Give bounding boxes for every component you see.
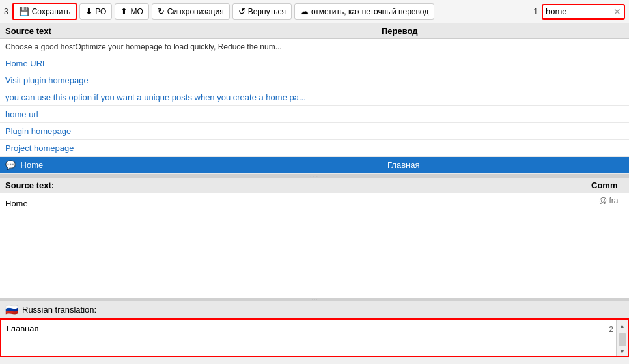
table-header: Source text Перевод [0, 23, 629, 39]
comment-icon: 💬 [5, 160, 16, 170]
source-content-area: Home @ fra [0, 193, 629, 298]
russian-flag-icon: 🇷🇺 [5, 303, 18, 316]
table-row[interactable]: Choose a good hostOptimize your homepage… [0, 39, 629, 55]
mark-label: отметить, как неточный перевод [311, 7, 428, 16]
row-translation-text [382, 106, 629, 122]
po-icon: ⬇ [85, 7, 92, 16]
source-text-content: Home [0, 193, 596, 298]
divider-decoration: ··· [310, 173, 319, 180]
scroll-down-icon[interactable]: ▼ [618, 346, 627, 356]
po-label: РО [95, 7, 106, 16]
row-source-text: Project homepage [0, 140, 382, 156]
mo-button[interactable]: ⬆ МО [115, 3, 148, 20]
save-button[interactable]: 💾 Сохранить [12, 3, 77, 20]
save-icon: 💾 [19, 7, 29, 16]
table-row[interactable]: you can use this option if you want a un… [0, 89, 629, 106]
search-clear-icon[interactable]: ✕ [613, 7, 621, 17]
col-translation-header: Перевод [376, 26, 624, 36]
source-text-section-header: Source text: Comm [0, 178, 629, 193]
table-row-selected[interactable]: 💬 Home Главная [0, 157, 629, 174]
row-source-text: Plugin homepage [0, 123, 382, 139]
table-row[interactable]: Visit plugin homepage [0, 72, 629, 89]
sync-icon: ↻ [158, 7, 165, 16]
back-button[interactable]: ↺ Вернуться [232, 3, 292, 20]
row-translation-text: Главная [382, 157, 629, 173]
table-row[interactable]: Project homepage [0, 140, 629, 157]
row-translation-text [382, 72, 629, 89]
row-translation-text [382, 123, 629, 139]
row-source-text: Home URL [0, 55, 382, 72]
row-source-text: home url [0, 106, 382, 122]
translation-section-header: 🇷🇺 Russian translation: [0, 301, 629, 318]
editor-area: Source text: Comm Home @ fra ··· 🇷🇺 Russ… [0, 178, 629, 357]
translation-label: Russian translation: [22, 305, 96, 315]
search-result-counter: 1 [533, 7, 538, 16]
po-button[interactable]: ⬇ РО [79, 3, 112, 20]
divider2-decoration: ··· [312, 296, 317, 303]
row-translation-text [382, 89, 629, 105]
scroll-up-icon[interactable]: ▲ [618, 321, 627, 331]
mo-label: МО [130, 7, 143, 16]
row-translation-text [382, 55, 629, 72]
row-translation-text [382, 140, 629, 156]
source-text-value: Home [5, 199, 28, 208]
row-source-text: Choose a good hostOptimize your homepage… [0, 39, 382, 55]
row-translation-text [382, 39, 629, 55]
translation-counter: 2 [608, 325, 615, 334]
back-label: Вернуться [248, 7, 286, 16]
col-source-header: Source text [5, 26, 376, 36]
row-source-text: you can use this option if you want a un… [0, 89, 382, 105]
translation-table: Choose a good hostOptimize your homepage… [0, 39, 629, 174]
row-source-text: 💬 Home [0, 157, 382, 173]
save-counter: 3 [4, 7, 8, 16]
table-row[interactable]: home url [0, 106, 629, 123]
comment-column-label: Comm [591, 180, 624, 190]
row-source-text: Visit plugin homepage [0, 72, 382, 89]
scroll-thumb[interactable] [619, 333, 626, 346]
mo-icon: ⬆ [120, 7, 128, 16]
save-label: Сохранить [32, 7, 71, 16]
search-input[interactable] [546, 7, 611, 16]
mark-inaccurate-button[interactable]: ☁ отметить, как неточный перевод [294, 3, 434, 20]
comment-panel: @ fra [596, 193, 629, 298]
translation-input-area: Главная 2 ▲ ▼ [0, 318, 629, 357]
source-text-label: Source text: [5, 180, 591, 190]
sync-label: Синхронизация [167, 7, 224, 16]
table-row[interactable]: Plugin homepage [0, 123, 629, 140]
table-row[interactable]: Home URL [0, 55, 629, 72]
translation-textarea[interactable]: Главная [1, 320, 616, 356]
back-icon: ↺ [238, 7, 245, 16]
comment-text: @ fra [599, 196, 619, 205]
search-container: ✕ [542, 4, 625, 20]
sync-button[interactable]: ↻ Синхронизация [152, 3, 230, 20]
scrollbar[interactable]: ▲ ▼ [616, 320, 628, 356]
mark-icon: ☁ [300, 7, 309, 16]
toolbar: 3 💾 Сохранить ⬇ РО ⬆ МО ↻ Синхронизация … [0, 0, 629, 23]
